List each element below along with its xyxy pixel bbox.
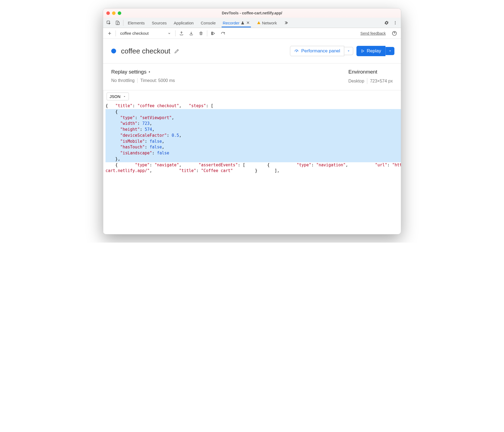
recording-header: coffee checkout Performance panel Replay [103, 39, 401, 63]
throttling-value: No throttling [111, 78, 135, 83]
replay-settings-label: Replay settings [111, 69, 146, 75]
recorder-toolbar: coffee checkout Send feedback [103, 28, 401, 39]
edit-title-icon[interactable] [174, 48, 180, 54]
minimize-window-button[interactable] [112, 11, 116, 15]
flask-icon [241, 21, 244, 25]
tab-recorder[interactable]: Recorder ✕ [222, 18, 251, 27]
devtools-tabstrip: Elements Sources Application Console Rec… [103, 18, 401, 28]
device-toggle-icon[interactable] [113, 19, 122, 27]
replay-label: Replay [367, 48, 381, 54]
titlebar: DevTools - coffee-cart.netlify.app/ [103, 8, 401, 18]
svg-point-3 [395, 21, 396, 22]
code-export-pane: JSON ✕ { "title": "coffee checkout", "st… [103, 90, 401, 234]
new-recording-icon[interactable] [106, 30, 113, 37]
kebab-menu-icon[interactable] [391, 19, 399, 27]
step-forward-icon[interactable] [209, 30, 217, 37]
tab-network-label: Network [262, 21, 277, 25]
environment-label: Environment [348, 69, 393, 75]
svg-point-7 [224, 34, 225, 34]
close-tab-icon[interactable]: ✕ [246, 20, 250, 25]
maximize-window-button[interactable] [118, 11, 121, 15]
replay-dropdown[interactable] [385, 47, 394, 55]
delete-icon[interactable] [197, 30, 205, 37]
viewport-value: 723×574 px [370, 79, 393, 84]
warning-icon [257, 21, 261, 25]
more-tabs-icon[interactable] [282, 19, 290, 27]
settings-bar: Replay settings No throttling Timeout: 5… [103, 63, 401, 90]
tab-recorder-label: Recorder [223, 21, 240, 25]
settings-gear-icon[interactable] [382, 19, 391, 27]
svg-point-5 [395, 24, 396, 24]
code-export-header: JSON ✕ [103, 90, 401, 102]
play-icon [361, 49, 365, 53]
code-output[interactable]: { "title": "coffee checkout", "steps": [… [103, 102, 401, 234]
environment-meta: Desktop 723×574 px [348, 78, 393, 84]
performance-panel-dropdown[interactable] [344, 47, 353, 55]
help-icon[interactable] [391, 30, 398, 37]
recorder-body: Current page ⋮ ▶ Set viewport ⋮ ▶ [103, 90, 401, 234]
import-icon[interactable] [187, 30, 195, 37]
window-title: DevTools - coffee-cart.netlify.app/ [103, 11, 401, 15]
replay-button[interactable]: Replay [356, 46, 385, 56]
chevron-down-icon [123, 95, 126, 98]
format-selector[interactable]: JSON [107, 93, 129, 100]
recording-title: coffee checkout [121, 47, 170, 55]
tab-network[interactable]: Network [256, 18, 278, 27]
recording-status-dot [111, 49, 116, 53]
devtools-window: DevTools - coffee-cart.netlify.app/ Elem… [103, 8, 401, 234]
tab-application[interactable]: Application [173, 18, 195, 27]
traffic-lights [106, 11, 121, 15]
tab-sources[interactable]: Sources [151, 18, 168, 27]
selected-recording-name: coffee checkout [120, 31, 149, 36]
format-value: JSON [110, 94, 120, 99]
svg-rect-2 [118, 22, 119, 25]
tab-console[interactable]: Console [200, 18, 217, 27]
inspect-element-icon[interactable] [105, 19, 113, 27]
close-window-button[interactable] [106, 11, 110, 15]
chevron-right-icon [148, 71, 151, 73]
timeout-value: Timeout: 5000 ms [140, 78, 175, 83]
replay-settings-meta: No throttling Timeout: 5000 ms [111, 78, 348, 83]
recording-selector[interactable]: coffee checkout [118, 30, 173, 37]
svg-rect-6 [212, 32, 212, 35]
chevron-down-icon [168, 32, 171, 35]
svg-point-4 [395, 22, 396, 23]
device-value: Desktop [348, 79, 364, 84]
gauge-icon [294, 49, 299, 53]
performance-panel-label: Performance panel [301, 48, 340, 54]
performance-panel-button[interactable]: Performance panel [290, 46, 344, 56]
redo-step-icon[interactable] [219, 30, 227, 37]
export-icon[interactable] [178, 30, 185, 37]
replay-settings-toggle[interactable]: Replay settings [111, 69, 348, 75]
panel-tabs: Elements Sources Application Console Rec… [127, 18, 278, 27]
send-feedback-link[interactable]: Send feedback [361, 31, 386, 36]
tab-elements[interactable]: Elements [127, 18, 146, 27]
